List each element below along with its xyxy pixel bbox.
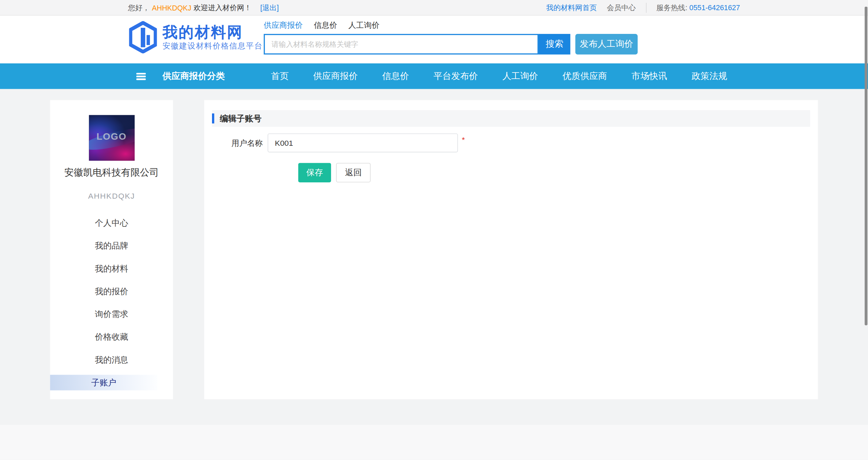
sidebar-menu-item[interactable]: 个人中心: [50, 215, 173, 231]
username-field[interactable]: [268, 134, 458, 153]
save-button[interactable]: 保存: [298, 163, 331, 182]
nav-item[interactable]: 信息价: [382, 71, 409, 82]
publish-inquiry-button[interactable]: 发布人工询价: [575, 34, 638, 55]
nav-item[interactable]: 人工询价: [502, 71, 538, 82]
hotline-number: 0551-64261627: [689, 3, 740, 12]
sidebar-menu-item[interactable]: 我的消息: [50, 352, 173, 367]
hotline-label: 服务热线:: [656, 3, 687, 12]
sidebar-menu: 个人中心我的品牌我的材料我的报价询价需求价格收藏我的消息子账户: [50, 215, 173, 391]
search-tab[interactable]: 信息价: [314, 21, 337, 31]
sidebar-menu-item[interactable]: 我的报价: [50, 284, 173, 299]
nav-links: 首页供应商报价信息价平台发布价人工询价优质供应商市场快讯政策法规: [271, 71, 727, 82]
hexagon-logo-icon: [129, 21, 157, 53]
sidebar-menu-item[interactable]: 询价需求: [50, 306, 173, 322]
nav-item[interactable]: 优质供应商: [562, 71, 607, 82]
sidebar-menu-item[interactable]: 我的材料: [50, 261, 173, 276]
member-center-link[interactable]: 会员中心: [607, 3, 636, 13]
search-input[interactable]: [264, 34, 539, 55]
site-subtitle: 安徽建设材料价格信息平台: [162, 41, 263, 51]
home-link[interactable]: 我的材料网首页: [546, 3, 597, 13]
site-logo[interactable]: 我的材料网 安徽建设材料价格信息平台: [129, 21, 263, 53]
nav-item[interactable]: 首页: [271, 71, 289, 82]
main-panel: 编辑子账号 用户名称 * 保存 返回: [204, 100, 818, 399]
greeting-prefix: 您好，: [128, 3, 150, 13]
company-logo-image: LOGO: [89, 115, 135, 161]
site-name: 我的材料网: [162, 24, 263, 40]
company-name: 安徽凯电科技有限公司: [50, 166, 173, 179]
content-area: LOGO 安徽凯电科技有限公司 AHHKDQKJ 个人中心我的品牌我的材料我的报…: [50, 100, 818, 399]
top-utility-bar: 您好， AHHKDQKJ 欢迎进入材价网！ [退出] 我的材料网首页 会员中心 …: [0, 0, 868, 16]
username-text: AHHKDQKJ: [152, 4, 191, 12]
greeting-area: 您好， AHHKDQKJ 欢迎进入材价网！ [退出]: [128, 3, 279, 13]
page: 您好， AHHKDQKJ 欢迎进入材价网！ [退出] 我的材料网首页 会员中心 …: [0, 0, 868, 460]
search-tab[interactable]: 供应商报价: [264, 21, 303, 31]
nav-item[interactable]: 市场快讯: [632, 71, 667, 82]
site-header: 我的材料网 安徽建设材料价格信息平台 供应商报价信息价人工询价 搜索 发布人工询…: [0, 16, 868, 63]
page-title-bar: 编辑子账号: [212, 110, 810, 127]
search-tab[interactable]: 人工询价: [348, 21, 380, 31]
hotline: 服务热线: 0551-64261627: [646, 3, 740, 13]
search-zone: 供应商报价信息价人工询价 搜索 发布人工询价: [264, 19, 638, 55]
nav-item[interactable]: 供应商报价: [313, 71, 358, 82]
search-button[interactable]: 搜索: [539, 34, 571, 55]
back-button[interactable]: 返回: [336, 163, 371, 182]
vertical-scrollbar[interactable]: [865, 7, 867, 325]
member-sidebar: LOGO 安徽凯电科技有限公司 AHHKDQKJ 个人中心我的品牌我的材料我的报…: [50, 100, 173, 399]
required-marker: *: [462, 135, 465, 144]
menu-icon[interactable]: [136, 73, 146, 80]
sidebar-menu-item[interactable]: 子账户: [50, 375, 158, 391]
welcome-text: 欢迎进入材价网！: [194, 3, 252, 13]
logout-link[interactable]: [退出]: [260, 3, 279, 13]
title-accent-bar: [212, 114, 214, 124]
search-tabs: 供应商报价信息价人工询价: [264, 19, 638, 32]
username-label: 用户名称: [231, 134, 268, 153]
supplier-category-label[interactable]: 供应商报价分类: [162, 71, 257, 82]
page-title: 编辑子账号: [220, 113, 262, 124]
account-code: AHHKDQKJ: [50, 191, 173, 200]
sidebar-menu-item[interactable]: 价格收藏: [50, 329, 173, 345]
company-logo-text: LOGO: [89, 131, 135, 142]
main-nav: 供应商报价分类 首页供应商报价信息价平台发布价人工询价优质供应商市场快讯政策法规: [0, 63, 868, 89]
nav-item[interactable]: 政策法规: [692, 71, 727, 82]
nav-item[interactable]: 平台发布价: [433, 71, 478, 82]
sidebar-menu-item[interactable]: 我的品牌: [50, 238, 173, 254]
footer-band: [0, 425, 868, 460]
